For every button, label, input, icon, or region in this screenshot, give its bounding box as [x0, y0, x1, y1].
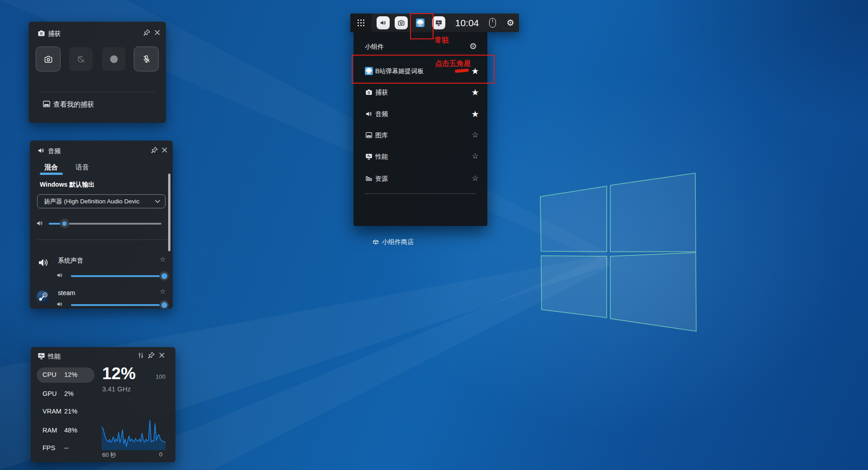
bilibili-avatar-icon: [416, 19, 425, 27]
store-box-icon: [372, 238, 380, 246]
bilibili-danmaku-toolbar-icon[interactable]: [416, 19, 425, 27]
master-volume-slider[interactable]: [49, 219, 161, 228]
camera-icon: [37, 29, 46, 38]
menu-item-resources[interactable]: 资源 ☆: [354, 168, 487, 189]
pin-star-icon[interactable]: ☆: [469, 151, 481, 161]
audio-widget-button[interactable]: [377, 16, 390, 29]
chevron-down-icon: [155, 199, 160, 203]
desktop: 10:04 ⚙ 小组件 ⚙ B站弹幕姬提词板 ★ 捕获 ★ 音频 ★: [0, 0, 868, 470]
audio-scrollbar[interactable]: [168, 174, 170, 251]
pin-icon[interactable]: [151, 146, 159, 155]
pin-star-icon[interactable]: ★: [469, 66, 481, 76]
menu-item-performance[interactable]: 性能 ☆: [354, 146, 487, 167]
metric-value: --: [64, 444, 69, 451]
widgets-settings-gear-icon[interactable]: ⚙: [469, 42, 477, 51]
menu-item-audio[interactable]: 音频 ★: [354, 103, 487, 125]
camera-icon: [397, 19, 405, 27]
channel-name: steam: [58, 289, 75, 296]
widget-store-label: 小组件商店: [382, 238, 414, 246]
record-last-30s-button[interactable]: [69, 47, 93, 71]
output-device-value: 扬声器 (High Definition Audio Devic: [44, 197, 151, 206]
metric-fps[interactable]: FPS--: [37, 441, 94, 456]
metric-name: CPU: [42, 371, 64, 378]
speaker-icon: [365, 110, 373, 118]
output-device-select[interactable]: 扬声器 (High Definition Audio Devic: [37, 194, 165, 208]
widgets-menu-button[interactable]: [350, 14, 372, 32]
performance-widget-button[interactable]: [432, 16, 445, 29]
widgets-menu-dropdown: 小组件 ⚙ B站弹幕姬提词板 ★ 捕获 ★ 音频 ★: [354, 32, 487, 226]
metric-vram[interactable]: VRAM21%: [37, 404, 94, 419]
screenshot-button[interactable]: [36, 47, 61, 71]
capture-widget-button[interactable]: [395, 16, 408, 29]
system-sounds-volume-slider[interactable]: [71, 271, 164, 281]
menu-item-gallery[interactable]: 图库 ☆: [354, 124, 487, 146]
gallery-icon: [42, 99, 51, 108]
favorite-star-icon[interactable]: ☆: [158, 255, 167, 263]
pin-star-icon[interactable]: ☆: [469, 130, 481, 140]
capture-widget: 捕获 查看我的捕获: [28, 22, 166, 123]
metric-name: VRAM: [42, 408, 64, 415]
pin-star-icon[interactable]: ★: [469, 109, 481, 119]
windows-logo: [522, 166, 703, 338]
active-tab-underline: [40, 173, 63, 175]
chart-x-left-label: 60 秒: [102, 451, 116, 459]
system-sounds-speaker-icon: [37, 256, 50, 269]
chart-x-right-label: 0: [159, 451, 162, 458]
metric-name: RAM: [42, 427, 64, 434]
close-icon[interactable]: [158, 352, 166, 360]
menu-item-label: B站弹幕姬提词板: [375, 67, 424, 75]
camera-icon: [365, 88, 373, 96]
pin-star-icon[interactable]: ☆: [469, 174, 481, 183]
slider-thumb[interactable]: [160, 271, 169, 281]
speaker-icon: [379, 19, 387, 27]
microphone-mute-button[interactable]: [134, 47, 159, 71]
metric-value: 2%: [64, 390, 74, 397]
menu-item-bilibili-danmaku[interactable]: B站弹幕姬提词板 ★: [354, 60, 487, 82]
capture-divider: [40, 92, 155, 92]
metric-name: FPS: [42, 444, 64, 451]
menu-item-label: 资源: [375, 175, 388, 183]
metric-ram[interactable]: RAM48%: [37, 423, 94, 438]
performance-monitor-icon: [37, 352, 46, 360]
tab-mix[interactable]: 混合: [44, 163, 58, 172]
menu-item-label: 性能: [375, 153, 388, 161]
performance-monitor-icon: [435, 19, 443, 27]
capture-widget-title: 捕获: [48, 30, 61, 38]
menu-item-capture[interactable]: 捕获 ★: [354, 81, 487, 103]
pin-icon[interactable]: [143, 29, 151, 37]
pin-icon[interactable]: [147, 352, 156, 360]
speaker-icon: [56, 301, 64, 309]
mouse-passthrough-icon[interactable]: [489, 18, 496, 28]
slider-fill: [71, 275, 164, 277]
speaker-icon: [36, 219, 44, 227]
pin-star-icon[interactable]: ★: [469, 87, 481, 98]
favorite-star-icon[interactable]: ☆: [158, 287, 167, 296]
cpu-usage-chart: [102, 418, 165, 450]
widgets-menu-title: 小组件: [365, 43, 384, 51]
start-recording-button[interactable]: [102, 47, 126, 71]
menu-item-widget-store[interactable]: 小组件商店: [354, 233, 487, 251]
metric-value: 48%: [64, 427, 77, 434]
view-my-captures-link[interactable]: 查看我的捕获: [42, 99, 151, 109]
metric-gpu[interactable]: GPU2%: [37, 386, 94, 402]
audio-widget: 音频 混合 语音 Windows 默认输出 扬声器 (High Definiti…: [30, 141, 173, 309]
close-icon[interactable]: [154, 29, 162, 37]
settings-gear-icon[interactable]: ⚙: [505, 14, 516, 32]
performance-widget-title: 性能: [48, 352, 61, 361]
grid-icon: [357, 19, 365, 27]
steam-logo: [36, 290, 50, 304]
steam-volume-slider[interactable]: [71, 300, 164, 309]
tab-voice[interactable]: 语音: [75, 163, 89, 172]
slider-thumb[interactable]: [160, 300, 169, 309]
cpu-frequency: 3.41 GHz: [102, 385, 131, 393]
metric-name: GPU: [42, 390, 64, 397]
chart-y-max-label: 100: [147, 373, 165, 380]
slider-fill: [71, 304, 164, 306]
record-dot-icon: [110, 55, 118, 63]
metric-cpu[interactable]: CPU12%: [37, 367, 94, 383]
audio-divider: [37, 240, 167, 240]
close-icon[interactable]: [161, 146, 169, 155]
tune-options-icon[interactable]: [137, 352, 145, 360]
slider-thumb[interactable]: [60, 219, 69, 228]
menu-divider: [365, 193, 476, 194]
